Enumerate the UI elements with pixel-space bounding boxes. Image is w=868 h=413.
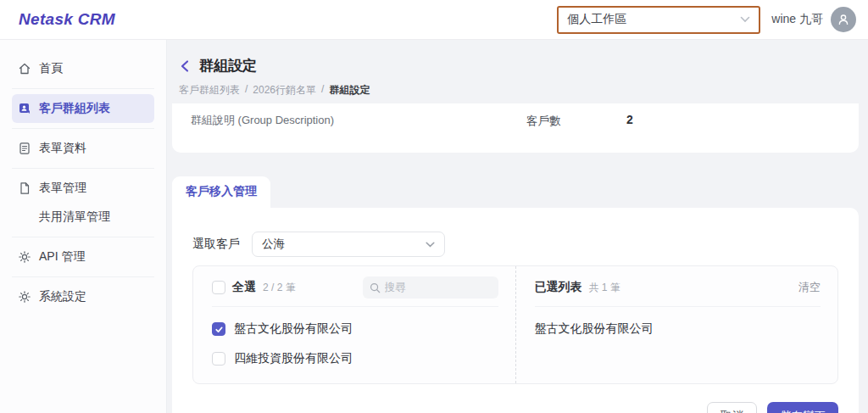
breadcrumb-item[interactable]: 2026行銷名單: [253, 83, 316, 98]
sidebar-divider: [12, 276, 154, 277]
form-data-icon: [18, 142, 31, 155]
tab-customer-import[interactable]: 客戶移入管理: [172, 176, 270, 208]
list-item[interactable]: 四維投資股份有限公司: [212, 351, 498, 366]
sidebar-item-label: API 管理: [39, 249, 85, 265]
sidebar-item-label: 表單資料: [39, 141, 86, 156]
chevron-left-icon: [179, 59, 191, 73]
back-button[interactable]: [179, 59, 191, 73]
selected-list-title: 已選列表: [535, 280, 582, 295]
customer-count-value: 2: [626, 113, 633, 126]
list-divider: [535, 306, 821, 307]
company-name: 盤古文化股份有限公司: [535, 321, 654, 337]
sidebar-divider: [12, 128, 154, 129]
sidebar-item-customer-groups[interactable]: 客戶群組列表: [12, 94, 154, 123]
sidebar-item-label: 表單管理: [39, 181, 86, 196]
chevron-down-icon: [426, 242, 435, 248]
customer-select-value: 公海: [262, 237, 285, 252]
user-avatar[interactable]: [831, 7, 856, 32]
search-icon: [370, 282, 381, 293]
list-divider: [212, 306, 498, 307]
sidebar-item-form-manage[interactable]: 表單管理: [12, 174, 154, 203]
breadcrumb-item[interactable]: 客戶群組列表: [179, 83, 240, 98]
app-logo: Netask CRM: [19, 10, 115, 29]
top-bar: Netask CRM 個人工作區 wine 九哥: [0, 0, 868, 40]
gear-icon: [18, 250, 31, 264]
item-checkbox-checked[interactable]: [212, 322, 225, 336]
sidebar-item-label: 系統設定: [39, 289, 86, 304]
gear-icon: [18, 290, 31, 304]
workspace-selector[interactable]: 個人工作區: [557, 6, 760, 34]
sidebar-item-label: 共用清單管理: [39, 209, 110, 225]
selected-count: 共 1 筆: [589, 281, 620, 295]
selected-list: 已選列表 共 1 筆 清空 盤古文化股份有限公司: [515, 266, 838, 383]
select-all-label: 全選: [232, 280, 256, 295]
sidebar-item-home[interactable]: 首頁: [12, 54, 154, 83]
customer-import-card: 選取客戶 公海 全選 2 / 2 筆: [172, 208, 859, 413]
sidebar-item-label: 首頁: [39, 61, 63, 76]
save-button[interactable]: 儲存變更: [767, 402, 838, 413]
breadcrumb-item-current: 群組設定: [329, 83, 370, 98]
breadcrumb-separator: /: [245, 83, 248, 98]
home-icon: [18, 62, 31, 75]
item-checkbox-unchecked[interactable]: [212, 352, 225, 366]
form-manage-icon: [18, 181, 31, 195]
sidebar-item-shared-list-manage[interactable]: 共用清單管理: [12, 203, 154, 232]
dual-list-panel: 全選 2 / 2 筆 盤古: [192, 265, 838, 384]
group-summary-card: 群組說明 (Group Description) 客戶數 2: [172, 103, 859, 153]
breadcrumb-separator: /: [321, 83, 324, 98]
sidebar-divider: [12, 237, 154, 237]
customer-group-icon: [18, 102, 31, 115]
clear-button[interactable]: 清空: [798, 280, 821, 295]
page-title: 群組設定: [199, 56, 257, 75]
selected-item: 盤古文化股份有限公司: [535, 321, 821, 337]
source-list: 全選 2 / 2 筆 盤古: [193, 266, 515, 383]
company-name: 盤古文化股份有限公司: [234, 321, 353, 337]
search-box[interactable]: [363, 276, 498, 299]
select-all-checkbox[interactable]: [212, 281, 225, 294]
sidebar-item-form-data[interactable]: 表單資料: [12, 134, 154, 163]
chevron-down-icon: [740, 16, 750, 23]
company-name: 四維投資股份有限公司: [234, 351, 353, 366]
customer-select[interactable]: 公海: [252, 232, 445, 257]
sidebar-item-system-settings[interactable]: 系統設定: [12, 282, 154, 311]
source-count: 2 / 2 筆: [263, 281, 296, 295]
cancel-button[interactable]: 取消: [707, 402, 757, 413]
list-item[interactable]: 盤古文化股份有限公司: [212, 321, 498, 337]
sidebar-divider: [12, 88, 154, 89]
search-input[interactable]: [385, 282, 492, 293]
customer-count-label: 客戶數: [526, 114, 561, 129]
sidebar-item-label: 客戶群組列表: [39, 101, 110, 116]
breadcrumb: 客戶群組列表 / 2026行銷名單 / 群組設定: [179, 83, 859, 98]
person-icon: [837, 13, 850, 26]
sidebar-divider: [12, 168, 154, 169]
workspace-selector-value: 個人工作區: [567, 12, 626, 27]
user-name: wine 九哥: [771, 12, 823, 27]
group-description-label: 群組說明 (Group Description): [191, 111, 339, 129]
customer-select-label: 選取客戶: [192, 237, 240, 252]
sidebar: 首頁 客戶群組列表 表單資料 表單管理 共用清單管理: [0, 40, 167, 413]
sidebar-item-api-manage[interactable]: API 管理: [12, 243, 154, 271]
main-content: 群組設定 客戶群組列表 / 2026行銷名單 / 群組設定 群組說明 (Grou…: [167, 40, 868, 413]
